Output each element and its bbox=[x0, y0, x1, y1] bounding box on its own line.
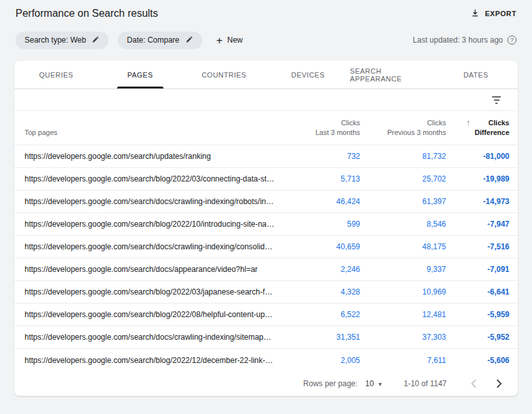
plus-icon: + bbox=[217, 35, 223, 46]
table-row[interactable]: https://developers.google.com/search/blo… bbox=[14, 168, 518, 191]
clicks-difference-value: -7,516 bbox=[446, 242, 509, 251]
table-row[interactable]: https://developers.google.com/search/doc… bbox=[14, 236, 518, 258]
date-compare-chip-label: Date: Compare bbox=[127, 36, 179, 45]
clicks-previous-3-months-value: 7,611 bbox=[360, 356, 446, 365]
table-body: https://developers.google.com/search/upd… bbox=[14, 145, 518, 371]
help-icon[interactable]: ? bbox=[507, 36, 516, 45]
previous-page-button[interactable] bbox=[466, 377, 480, 391]
search-type-chip[interactable]: Search type: Web bbox=[16, 32, 109, 49]
clicks-previous-3-months-value: 10,969 bbox=[360, 287, 446, 296]
table-row[interactable]: https://developers.google.com/search/doc… bbox=[14, 191, 518, 213]
export-button[interactable]: EXPORT bbox=[471, 8, 516, 19]
column-header-top-pages[interactable]: Top pages bbox=[25, 128, 282, 138]
column-header-line: Clicks bbox=[282, 118, 360, 128]
clicks-difference-value: -7,091 bbox=[446, 265, 509, 274]
clicks-difference-value: -7,947 bbox=[446, 220, 509, 229]
clicks-last-3-months-value: 46,424 bbox=[282, 197, 360, 206]
last-updated: Last updated: 3 hours ago ? bbox=[413, 36, 516, 45]
tab-devices[interactable]: DEVICES bbox=[266, 61, 350, 88]
table-toolbar bbox=[14, 89, 518, 111]
clicks-previous-3-months-value: 48,175 bbox=[360, 242, 446, 251]
export-label: EXPORT bbox=[485, 10, 516, 17]
clicks-last-3-months-value: 732 bbox=[282, 152, 360, 161]
sort-ascending-icon: ↑ bbox=[466, 118, 470, 128]
report-card: QUERIES PAGES COUNTRIES DEVICES SEARCH A… bbox=[14, 61, 518, 396]
next-page-button[interactable] bbox=[492, 377, 506, 391]
clicks-previous-3-months-value: 61,397 bbox=[360, 197, 446, 206]
table-row[interactable]: https://developers.google.com/search/blo… bbox=[14, 349, 518, 371]
tab-bar: QUERIES PAGES COUNTRIES DEVICES SEARCH A… bbox=[14, 61, 518, 89]
edit-pencil-icon bbox=[186, 36, 193, 45]
column-header-line: Clicks bbox=[474, 118, 509, 128]
page-url[interactable]: https://developers.google.com/search/blo… bbox=[25, 310, 282, 319]
tab-search-appearance[interactable]: SEARCH APPEARANCE bbox=[350, 61, 434, 88]
table-row[interactable]: https://developers.google.com/search/blo… bbox=[14, 281, 518, 304]
rows-per-page-value: 10 bbox=[365, 379, 374, 388]
edit-pencil-icon bbox=[92, 36, 100, 45]
clicks-difference-value: -6,641 bbox=[446, 287, 509, 296]
clicks-difference-value: -81,000 bbox=[446, 152, 509, 161]
clicks-last-3-months-value: 4,328 bbox=[282, 287, 360, 296]
table-row[interactable]: https://developers.google.com/search/blo… bbox=[14, 213, 518, 236]
clicks-previous-3-months-value: 25,702 bbox=[360, 174, 446, 183]
download-icon bbox=[471, 8, 480, 19]
column-header-clicks-difference[interactable]: ↑ Clicks Difference bbox=[446, 118, 509, 138]
page-title: Performance on Search results bbox=[16, 8, 158, 19]
page-url[interactable]: https://developers.google.com/search/doc… bbox=[25, 242, 282, 251]
clicks-previous-3-months-value: 81,732 bbox=[360, 152, 446, 161]
column-header-line: Previous 3 months bbox=[360, 128, 446, 138]
tab-queries[interactable]: QUERIES bbox=[14, 61, 98, 88]
clicks-previous-3-months-value: 8,546 bbox=[360, 220, 446, 229]
tab-pages[interactable]: PAGES bbox=[98, 61, 182, 88]
clicks-difference-value: -14,973 bbox=[446, 197, 509, 206]
clicks-last-3-months-value: 6,522 bbox=[282, 310, 360, 319]
column-header-clicks-previous-3-months[interactable]: Clicks Previous 3 months bbox=[360, 118, 446, 138]
tab-dates[interactable]: DATES bbox=[434, 61, 518, 88]
top-bar: Performance on Search results EXPORT bbox=[0, 0, 532, 27]
clicks-previous-3-months-value: 37,303 bbox=[360, 333, 446, 342]
page-url[interactable]: https://developers.google.com/search/blo… bbox=[25, 174, 282, 183]
dropdown-arrow-icon: ▾ bbox=[378, 380, 381, 388]
page-range-label: 1-10 of 1147 bbox=[404, 379, 447, 388]
date-compare-chip[interactable]: Date: Compare bbox=[118, 32, 202, 49]
clicks-previous-3-months-value: 9,337 bbox=[360, 265, 446, 274]
page-url[interactable]: https://developers.google.com/search/doc… bbox=[25, 333, 282, 342]
last-updated-text: Last updated: 3 hours ago bbox=[413, 36, 503, 45]
page-url[interactable]: https://developers.google.com/search/doc… bbox=[25, 197, 282, 206]
clicks-difference-value: -19,989 bbox=[446, 174, 509, 183]
table-row[interactable]: https://developers.google.com/search/blo… bbox=[14, 304, 518, 326]
column-header-line: Last 3 months bbox=[282, 128, 360, 138]
clicks-last-3-months-value: 31,351 bbox=[282, 333, 360, 342]
clicks-last-3-months-value: 2,005 bbox=[282, 356, 360, 365]
pagination-bar: Rows per page: 10 ▾ 1-10 of 1147 bbox=[14, 371, 518, 396]
rows-per-page-label: Rows per page: bbox=[303, 379, 357, 388]
search-type-chip-label: Search type: Web bbox=[25, 36, 86, 45]
column-header-line: Clicks bbox=[360, 118, 446, 128]
page-url[interactable]: https://developers.google.com/search/doc… bbox=[25, 265, 282, 274]
clicks-difference-value: -5,952 bbox=[446, 333, 509, 342]
page-url[interactable]: https://developers.google.com/search/blo… bbox=[25, 220, 282, 229]
rows-per-page-select[interactable]: 10 ▾ bbox=[365, 379, 381, 388]
page-url[interactable]: https://developers.google.com/search/blo… bbox=[25, 356, 282, 365]
column-header-line: Difference bbox=[474, 128, 509, 138]
clicks-last-3-months-value: 599 bbox=[282, 220, 360, 229]
new-filter-button[interactable]: + New bbox=[217, 35, 243, 46]
table-row[interactable]: https://developers.google.com/search/upd… bbox=[14, 145, 518, 168]
tab-countries[interactable]: COUNTRIES bbox=[182, 61, 266, 88]
clicks-difference-value: -5,606 bbox=[446, 356, 509, 365]
table-row[interactable]: https://developers.google.com/search/doc… bbox=[14, 326, 518, 349]
table-header: Top pages Clicks Last 3 months Clicks Pr… bbox=[14, 111, 518, 145]
clicks-previous-3-months-value: 12,481 bbox=[360, 310, 446, 319]
page-url[interactable]: https://developers.google.com/search/blo… bbox=[25, 287, 282, 296]
clicks-last-3-months-value: 5,713 bbox=[282, 174, 360, 183]
clicks-last-3-months-value: 2,246 bbox=[282, 265, 360, 274]
filter-chip-bar: Search type: Web Date: Compare + New Las… bbox=[0, 27, 532, 53]
filter-list-icon[interactable] bbox=[489, 94, 504, 107]
clicks-last-3-months-value: 40,659 bbox=[282, 242, 360, 251]
column-header-clicks-last-3-months[interactable]: Clicks Last 3 months bbox=[282, 118, 360, 138]
table-row[interactable]: https://developers.google.com/search/doc… bbox=[14, 258, 518, 281]
clicks-difference-value: -5,959 bbox=[446, 310, 509, 319]
page-url[interactable]: https://developers.google.com/search/upd… bbox=[25, 152, 282, 161]
new-filter-label: New bbox=[227, 36, 242, 45]
